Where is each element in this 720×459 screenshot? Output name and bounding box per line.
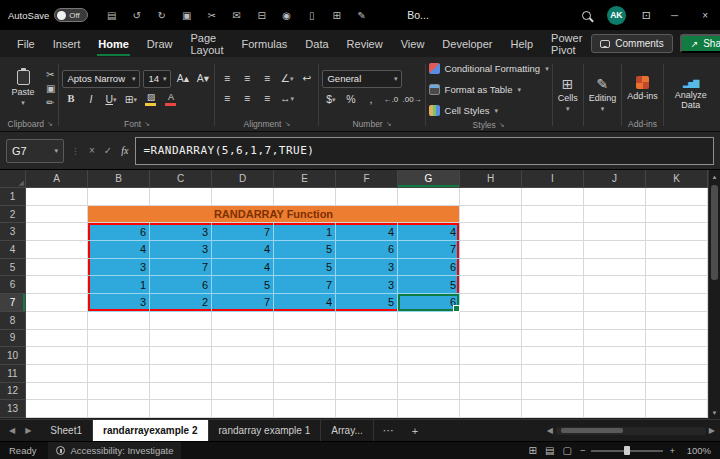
cell-I11[interactable] bbox=[522, 365, 584, 383]
cell-E10[interactable] bbox=[274, 347, 336, 365]
cell-A6[interactable] bbox=[26, 276, 88, 294]
cell-J10[interactable] bbox=[584, 347, 646, 365]
font-size-select[interactable]: 14 ▾ bbox=[143, 70, 171, 88]
col-header-D[interactable]: D bbox=[212, 170, 274, 188]
row-header-10[interactable]: 10 bbox=[0, 347, 26, 365]
font-dialog-launcher[interactable]: ↘ bbox=[144, 120, 150, 128]
cell-F6[interactable]: 3 bbox=[336, 276, 398, 294]
sheet-tab-array[interactable]: Array... bbox=[321, 420, 373, 441]
zoom-in-icon[interactable]: + bbox=[669, 445, 675, 456]
cell-C11[interactable] bbox=[150, 365, 212, 383]
redo-icon[interactable]: ↻ bbox=[150, 10, 173, 21]
cell-C4[interactable]: 3 bbox=[150, 241, 212, 259]
cell-D11[interactable] bbox=[212, 365, 274, 383]
close-icon[interactable]: × bbox=[698, 10, 712, 21]
cell-I12[interactable] bbox=[522, 383, 584, 401]
confirm-entry-icon[interactable]: ✓ bbox=[104, 145, 112, 156]
cell-F1[interactable] bbox=[336, 188, 398, 206]
autosave-toggle[interactable]: AutoSave Off bbox=[8, 8, 88, 22]
cell-K2[interactable] bbox=[646, 206, 708, 224]
tab-home[interactable]: Home bbox=[89, 30, 138, 57]
vertical-scroll-thumb[interactable] bbox=[711, 185, 718, 280]
tab-power-pivot[interactable]: Power Pivot bbox=[542, 30, 591, 57]
cell-H10[interactable] bbox=[460, 347, 522, 365]
align-right-button[interactable]: ≡ bbox=[258, 91, 275, 107]
cancel-entry-icon[interactable]: × bbox=[89, 145, 95, 156]
format-as-table-button[interactable]: Format as Table ▾ bbox=[429, 81, 549, 98]
cell-B11[interactable] bbox=[88, 365, 150, 383]
cell-A13[interactable] bbox=[26, 400, 88, 418]
autosave-switch[interactable]: Off bbox=[54, 8, 88, 22]
presenter-icon[interactable]: ⊡ bbox=[642, 9, 651, 22]
cell-C7[interactable]: 2 bbox=[150, 294, 212, 312]
underline-button[interactable]: U▾ bbox=[102, 92, 119, 108]
align-center-button[interactable]: ≡ bbox=[238, 91, 255, 107]
horizontal-scroll-track[interactable] bbox=[556, 427, 706, 435]
col-header-G[interactable]: G bbox=[398, 170, 460, 188]
row-header-1[interactable]: 1 bbox=[0, 188, 26, 206]
cell-J12[interactable] bbox=[584, 383, 646, 401]
cell-A1[interactable] bbox=[26, 188, 88, 206]
cell-J11[interactable] bbox=[584, 365, 646, 383]
cell-C12[interactable] bbox=[150, 383, 212, 401]
cell-F8[interactable] bbox=[336, 312, 398, 330]
cell-C6[interactable]: 6 bbox=[150, 276, 212, 294]
cells-button[interactable]: ⊞ Cells ▾ bbox=[556, 77, 580, 113]
cell-K8[interactable] bbox=[646, 312, 708, 330]
editing-button[interactable]: ✎ Editing ▾ bbox=[587, 77, 619, 113]
orientation-button[interactable]: ∠▾ bbox=[278, 71, 295, 87]
font-color-button[interactable]: A bbox=[162, 92, 179, 108]
cell-G10[interactable] bbox=[398, 347, 460, 365]
name-box[interactable]: G7 ▾ bbox=[6, 139, 64, 163]
cell-D3[interactable]: 7 bbox=[212, 223, 274, 241]
col-header-B[interactable]: B bbox=[88, 170, 150, 188]
cell-I2[interactable] bbox=[522, 206, 584, 224]
cell-B13[interactable] bbox=[88, 400, 150, 418]
cell-H12[interactable] bbox=[460, 383, 522, 401]
cell-D5[interactable]: 4 bbox=[212, 259, 274, 277]
cell-K11[interactable] bbox=[646, 365, 708, 383]
cell-I13[interactable] bbox=[522, 400, 584, 418]
sheet-tab-randarrayexample-2[interactable]: randarrayexample 2 bbox=[93, 420, 209, 441]
cell-K13[interactable] bbox=[646, 400, 708, 418]
cell-H13[interactable] bbox=[460, 400, 522, 418]
search-icon[interactable] bbox=[582, 11, 591, 20]
tab-review[interactable]: Review bbox=[338, 30, 392, 57]
next-sheet-icon[interactable]: ▶ bbox=[25, 426, 31, 435]
cell-J2[interactable] bbox=[584, 206, 646, 224]
zoom-slider-thumb[interactable] bbox=[624, 446, 630, 455]
cell-D8[interactable] bbox=[212, 312, 274, 330]
conditional-formatting-button[interactable]: Conditional Formatting ▾ bbox=[429, 60, 549, 77]
hscroll-left-icon[interactable]: ◀ bbox=[547, 426, 553, 435]
clipboard-dialog-launcher[interactable]: ↘ bbox=[47, 120, 53, 128]
cell-G3[interactable]: 4 bbox=[398, 223, 460, 241]
row-header-13[interactable]: 13 bbox=[0, 400, 26, 418]
align-middle-button[interactable]: ≡ bbox=[238, 71, 255, 87]
cell-G6[interactable]: 5 bbox=[398, 276, 460, 294]
cell-F13[interactable] bbox=[336, 400, 398, 418]
cell-C8[interactable] bbox=[150, 312, 212, 330]
cell-B8[interactable] bbox=[88, 312, 150, 330]
mail-icon[interactable]: ✉ bbox=[225, 10, 248, 21]
cell-A7[interactable] bbox=[26, 294, 88, 312]
vertical-scroll-track[interactable] bbox=[709, 183, 720, 406]
cell-E7[interactable]: 4 bbox=[274, 294, 336, 312]
cell-I9[interactable] bbox=[522, 330, 584, 348]
cell-A4[interactable] bbox=[26, 241, 88, 259]
cell-D1[interactable] bbox=[212, 188, 274, 206]
undo-icon[interactable]: ↺ bbox=[125, 10, 148, 21]
percent-style-button[interactable]: % bbox=[342, 92, 359, 108]
comma-style-button[interactable]: , bbox=[362, 92, 379, 108]
cell-E12[interactable] bbox=[274, 383, 336, 401]
cell-J6[interactable] bbox=[584, 276, 646, 294]
cell-D9[interactable] bbox=[212, 330, 274, 348]
row-header-2[interactable]: 2 bbox=[0, 206, 26, 224]
cell-K6[interactable] bbox=[646, 276, 708, 294]
wrap-text-button[interactable]: ↩ bbox=[298, 71, 315, 87]
cell-B3[interactable]: 6 bbox=[88, 223, 150, 241]
cell-K5[interactable] bbox=[646, 259, 708, 277]
cell-A3[interactable] bbox=[26, 223, 88, 241]
cell-H3[interactable] bbox=[460, 223, 522, 241]
cell-H11[interactable] bbox=[460, 365, 522, 383]
cell-H7[interactable] bbox=[460, 294, 522, 312]
